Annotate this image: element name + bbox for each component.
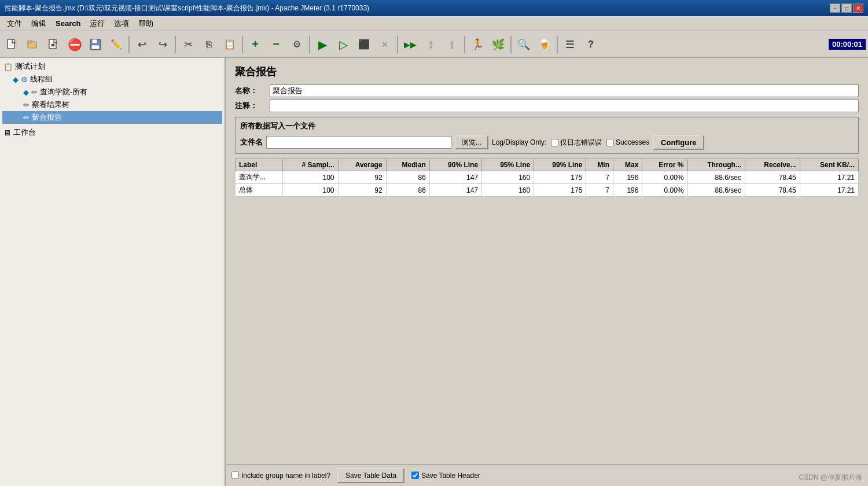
cell-1-5: 160 [482,184,534,197]
remote-start-btn[interactable]: ▶▶ [400,35,420,54]
menu-edit[interactable]: 编辑 [27,17,51,30]
tree-aggregate-label: 聚合报告 [32,112,62,123]
start-nopause-btn[interactable]: ▷ [333,35,353,54]
cell-0-2: 92 [338,171,386,184]
title-text: 性能脚本-聚合报告.jmx (D:\双元\双元视须-接口测试\课室script\… [5,3,369,13]
open-toolbar-btn[interactable] [23,35,43,54]
paste-toolbar-btn[interactable]: 📋 [220,35,240,54]
cell-1-2: 92 [338,184,386,197]
col-median: Median [386,159,429,171]
cell-0-11: 78.45 [745,171,800,184]
tree-pencil2-icon: ✏ [23,101,30,109]
tree-item-testplan[interactable]: 📋 测试计划 [2,60,222,73]
minimize-btn[interactable]: － [830,3,840,13]
col-90: 90% Line [429,159,481,171]
tree-item-workbench[interactable]: 🖥 工作台 [2,126,222,139]
log-errors-option[interactable]: 仅日志错误误 [551,138,602,148]
cell-0-7: 7 [586,171,613,184]
maximize-btn[interactable]: □ [841,3,852,13]
close-btn[interactable]: ✕ [853,3,863,13]
help-toolbar-btn[interactable]: ? [581,35,601,54]
file-section: 所有数据写入一个文件 文件名 浏览... Log/Display Only: 仅… [235,117,859,154]
include-group-option[interactable]: Include group name in label? [231,472,330,480]
search-toolbar-btn[interactable]: 🔍 [514,35,534,54]
log-errors-text: 仅日志错误误 [560,138,602,148]
add-toolbar-btn[interactable]: + [245,35,265,54]
file-row: 文件名 浏览... Log/Display Only: 仅日志错误误 Succe… [240,135,854,150]
menu-file[interactable]: 文件 [2,17,27,30]
cut-toolbar-btn[interactable]: ✂ [178,35,198,54]
save-table-btn[interactable]: Save Table Data [337,468,404,483]
menu-help[interactable]: 帮助 [134,17,158,30]
cell-1-12: 17.21 [800,184,858,197]
tree-testplan-label: 测试计划 [15,61,45,72]
remove-toolbar-btn[interactable]: − [266,35,286,54]
redo-toolbar-btn[interactable]: ↪ [153,35,172,54]
tree-item-resulttree[interactable]: ✏ 察看结果树 [2,98,222,111]
table-row: 总体100928614716017571960.00%88.6/sec78.45… [236,184,859,197]
tree-monitor-icon: 🖥 [3,128,11,137]
successes-checkbox[interactable] [606,139,614,146]
main-area: 📋 测试计划 ◆ ⚙ 线程组 ◆ ✏ 查询学院-所有 ✏ 察看结果树 ✏ 聚合报… [0,58,868,486]
save-header-label: Save Table Header [421,472,480,480]
beer-icon-btn[interactable]: 🍺 [535,35,554,54]
tree-item-query[interactable]: ◆ ✏ 查询学院-所有 [2,86,222,98]
comment-label: 注释： [235,101,270,111]
menu-search[interactable]: Search [51,18,85,29]
tree-diamond-icon: ◆ [13,75,19,84]
name-input[interactable] [270,84,859,97]
settings-toolbar-btn[interactable]: ⚙ [287,35,307,54]
save-toolbar-btn[interactable] [86,35,105,54]
tree-threadgroup-label: 线程组 [30,74,53,84]
cell-0-1: 100 [282,171,338,184]
include-group-checkbox[interactable] [231,472,239,479]
timer-display: 00:00:01 [829,39,866,50]
close-doc-btn[interactable] [44,35,64,54]
tree-item-threadgroup[interactable]: ◆ ⚙ 线程组 [2,73,222,86]
log-errors-checkbox[interactable] [551,139,558,146]
cell-0-12: 17.21 [800,171,858,184]
stop-toolbar-btn[interactable]: ⬛ [354,35,374,54]
clear-icon-btn[interactable]: 🌿 [488,35,508,54]
configure-button[interactable]: Configure [653,135,704,150]
successes-option[interactable]: Successes [606,138,649,146]
file-section-title: 所有数据写入一个文件 [240,121,854,131]
browse-button[interactable]: 浏览... [455,135,488,149]
right-panel: 聚合报告 名称： 注释： 所有数据写入一个文件 文件名 浏览... Log [226,58,868,486]
cell-1-11: 78.45 [745,184,800,197]
bottom-bar: Include group name in label? Save Table … [226,464,868,486]
undo-toolbar-btn[interactable]: ↩ [132,35,152,54]
file-input[interactable] [266,136,451,149]
save-header-checkbox[interactable] [411,472,419,479]
new-toolbar-btn[interactable] [2,35,22,54]
list-toolbar-btn[interactable]: ☰ [560,35,580,54]
copy-toolbar-btn[interactable]: ⎘ [199,35,219,54]
sep2 [175,36,176,53]
remote-start-all-btn[interactable]: ⟫ [421,35,441,54]
menu-run[interactable]: 运行 [85,17,109,30]
cell-0-3: 86 [386,171,429,184]
menu-options[interactable]: 选项 [109,17,134,30]
cell-0-6: 175 [534,171,586,184]
start-toolbar-btn[interactable]: ▶ [312,35,332,54]
tree-item-aggregate[interactable]: ✏ 聚合报告 [2,111,222,124]
title-controls: － □ ✕ [830,3,863,13]
data-table: Label # Sampl... Average Median 90% Line… [235,159,859,197]
tree-pencil-icon: ✏ [31,88,38,97]
comment-input[interactable] [270,100,859,112]
error-toolbar-btn[interactable]: ⛔ [65,35,84,54]
watermark: CSDN @仲夏那片海 [799,473,862,483]
tree-resulttree-label: 察看结果树 [32,100,69,110]
cell-1-3: 86 [386,184,429,197]
cell-1-10: 88.6/sec [687,184,745,197]
run-icon-btn[interactable]: 🏃 [468,35,487,54]
col-min: Min [586,159,613,171]
remote-stop-btn[interactable]: ⟪ [442,35,462,54]
sep3 [242,36,243,53]
edit-toolbar-btn[interactable]: ✏️ [106,35,126,54]
col-99: 99% Line [534,159,586,171]
save-header-option[interactable]: Save Table Header [411,472,480,480]
cell-1-8: 196 [613,184,642,197]
cell-0-10: 88.6/sec [687,171,745,184]
shutdown-toolbar-btn[interactable]: ✕ [375,35,395,54]
